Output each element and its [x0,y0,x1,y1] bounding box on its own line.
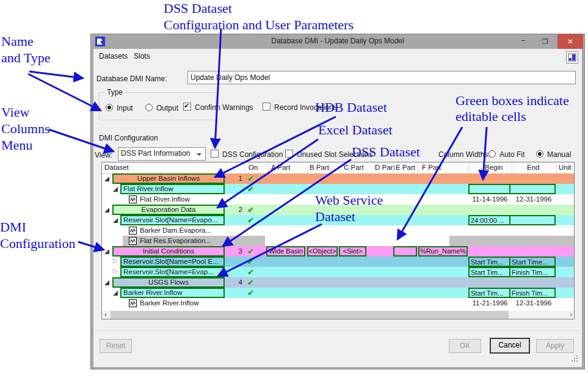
dataset-name-cell[interactable]: Evaporation Data [112,205,225,215]
col-end[interactable]: End [527,164,539,171]
title-bar[interactable]: Database DMI - Update Daily Ops Model – … [91,34,584,49]
expand-icon[interactable] [104,177,109,181]
dataset-name-cell[interactable]: Initial Conditions [112,246,225,257]
input-radio[interactable] [106,104,113,111]
begin-cell[interactable]: Start Tim... [470,289,510,297]
col-b-part[interactable]: B Part [310,164,329,171]
slot-leaf-label[interactable]: Barker Dam.Evapora... [140,227,211,234]
table-row[interactable]: Barker Dam.Evapora... [102,225,575,236]
confirm-warnings-label[interactable]: Confirm Warnings [195,103,253,112]
manual-radio[interactable] [536,150,543,158]
expand-icon[interactable] [113,187,118,192]
close-button[interactable]: ✕ [557,34,583,49]
ok-button[interactable]: OK [449,339,481,353]
minimize-button[interactable]: – [515,34,532,49]
expand-icon[interactable] [104,208,109,213]
annotation-green-boxes: Green boxes indicate editable cells [456,93,569,125]
begin-end-editable-cells[interactable]: Start Tim... Finish Tim... [468,288,556,298]
menu-datasets[interactable]: Datasets [99,52,128,60]
output-radio[interactable] [145,104,153,111]
menu-slots[interactable]: Slots [134,52,150,60]
expand-icon[interactable] [113,291,118,296]
begin-end-editable-cells[interactable] [468,184,556,194]
begin-end-editable-cells[interactable]: Start Tim... Finish Tim... [468,267,556,277]
dmi-name-input[interactable] [187,71,576,84]
table-row[interactable]: Upper Basin Inflows 1 ✔ [102,173,575,184]
f-part-cell[interactable]: %Run_Name% [418,246,468,257]
record-invocations-checkbox[interactable] [263,103,270,111]
col-f-part[interactable]: F Part [422,164,441,171]
end-cell[interactable]: Start Time... [510,258,554,266]
begin-date: 11-14-1996 [468,195,512,203]
begin-cell[interactable]: Start Tim... [470,258,510,266]
c-part-cell[interactable]: <Slot> [339,246,366,257]
scroll-left-icon[interactable]: ‹ [104,310,107,319]
apply-button[interactable]: Apply [536,339,574,353]
scroll-right-icon[interactable]: › [570,310,572,319]
e-part-cell[interactable] [393,246,417,257]
col-a-part[interactable]: A Part [271,164,290,171]
col-e-part[interactable]: E Part [396,164,415,171]
on-check-icon: ✔ [247,257,254,266]
col-begin[interactable]: Begin [485,164,503,171]
begin-cell[interactable]: Start Tim... [470,268,510,276]
collapse-icon[interactable]: ▷ [113,268,118,274]
col-unit[interactable]: Unit [559,164,571,171]
table-row[interactable]: Barker River.Inflow ✔ Start Tim... Finis… [102,288,575,298]
dataset-name-cell[interactable]: Upper Basin Inflows [112,173,225,184]
expand-icon[interactable] [104,249,109,254]
end-cell[interactable]: Finish Tim... [510,289,554,297]
maximize-button[interactable]: ❐ [537,34,554,49]
a-part-cell[interactable]: Wide Basin [266,246,305,257]
end-cell[interactable]: Finish Tim... [510,268,554,276]
table-row[interactable]: Initial Conditions 3 ✔ Wide Basin <Objec… [102,246,575,257]
col-dataset[interactable]: Dataset [104,164,129,171]
input-radio-label[interactable]: Input [117,104,133,112]
slot-name-cell[interactable]: Reservoir.Slot[Name=Evapo... [120,215,225,225]
begin-end-editable-cells[interactable]: 24:00:00 ... [468,215,556,225]
slot-leaf-label[interactable]: Flat Res.Evaporation... [140,237,211,244]
view-dropdown[interactable]: DSS Part Information [118,147,206,161]
on-check-icon: ✔ [247,278,254,287]
scrollbar-thumb[interactable] [111,311,509,319]
b-part-cell[interactable]: <Object> [307,246,338,257]
begin-cell[interactable] [470,185,510,193]
manual-label[interactable]: Manual [547,150,571,159]
collapse-icon[interactable]: ▷ [113,257,118,264]
slot-name-cell[interactable]: Reservoir.Slot[Name=Pool E... [120,257,225,267]
table-row[interactable]: ▷ Reservoir.Slot[Name=Evap... ✔ Start Ti… [102,267,575,277]
unused-slot-checkbox[interactable] [285,150,293,158]
cancel-button[interactable]: Cancel [490,338,530,354]
col-d-part[interactable]: D Part [375,164,395,171]
dss-configuration-label[interactable]: DSS Configuration [222,150,283,159]
auto-fit-radio[interactable] [488,150,496,158]
table-row[interactable]: USGS Flows 4 ✔ [102,277,575,288]
reset-button[interactable]: Reset [100,339,132,353]
dss-configuration-checkbox[interactable] [211,150,219,158]
riverware-icon-button[interactable] [566,51,578,64]
slot-leaf-label[interactable]: Barker River.Inflow [140,299,199,307]
horizontal-scrollbar[interactable]: ‹ › [103,311,574,319]
resize-grip[interactable] [572,360,573,362]
end-cell[interactable] [510,216,554,224]
dataset-name-cell[interactable]: USGS Flows [112,277,225,288]
view-dropdown-value: DSS Part Information [121,149,190,158]
slot-name-cell[interactable]: Flat River.Inflow [120,184,225,194]
end-cell[interactable] [510,185,554,193]
confirm-warnings-checkbox[interactable] [183,103,191,111]
expand-icon[interactable] [113,218,118,223]
col-on[interactable]: On [249,164,258,171]
table-row[interactable]: ▷ Reservoir.Slot[Name=Pool E... ✔ Start … [102,257,575,267]
expand-icon[interactable] [104,280,109,285]
begin-cell[interactable]: 24:00:00 ... [470,216,510,224]
table-row-selected[interactable]: Flat Res.Evaporation... [102,236,575,246]
slot-name-cell[interactable]: Reservoir.Slot[Name=Evap... [120,267,225,277]
col-c-part[interactable]: C Part [344,164,364,171]
annotation-excel-dataset: Excel Dataset [318,122,393,138]
slot-name-cell[interactable]: Barker River.Inflow [120,288,225,298]
auto-fit-label[interactable]: Auto Fit [499,150,524,159]
slot-leaf-label[interactable]: Flat River.Inflow [140,195,190,203]
begin-end-editable-cells[interactable]: Start Tim... Start Time... [468,257,556,267]
output-radio-label[interactable]: Output [156,104,178,112]
table-row[interactable]: Barker River.Inflow 11-21-1996 12-31-199… [102,298,575,308]
